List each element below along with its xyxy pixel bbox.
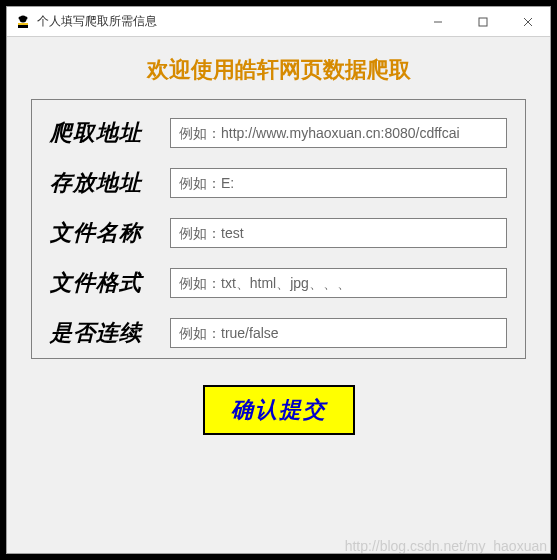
label-file-format: 文件格式: [50, 268, 158, 298]
submit-button[interactable]: 确认提交: [203, 385, 355, 435]
form-panel: 爬取地址 存放地址 文件名称 文件格式 是否连续: [31, 99, 526, 359]
svg-rect-3: [18, 23, 28, 25]
submit-area: 确认提交: [11, 385, 546, 435]
titlebar: 个人填写爬取所需信息: [7, 7, 550, 37]
row-continuous: 是否连续: [50, 318, 507, 348]
label-crawl-url: 爬取地址: [50, 118, 158, 148]
input-crawl-url[interactable]: [170, 118, 507, 148]
svg-rect-6: [479, 18, 487, 26]
input-save-path[interactable]: [170, 168, 507, 198]
maximize-button[interactable]: [460, 7, 505, 36]
close-button[interactable]: [505, 7, 550, 36]
label-file-name: 文件名称: [50, 218, 158, 248]
content-area: 欢迎使用皓轩网页数据爬取 爬取地址 存放地址 文件名称 文件格式 是否连续: [7, 37, 550, 553]
page-title: 欢迎使用皓轩网页数据爬取: [11, 55, 546, 85]
window-title: 个人填写爬取所需信息: [37, 13, 415, 30]
input-continuous[interactable]: [170, 318, 507, 348]
label-save-path: 存放地址: [50, 168, 158, 198]
window-controls: [415, 7, 550, 36]
row-file-name: 文件名称: [50, 218, 507, 248]
label-continuous: 是否连续: [50, 318, 158, 348]
svg-point-2: [25, 16, 28, 19]
svg-rect-4: [18, 25, 28, 28]
row-save-path: 存放地址: [50, 168, 507, 198]
svg-point-1: [19, 16, 22, 19]
row-crawl-url: 爬取地址: [50, 118, 507, 148]
minimize-button[interactable]: [415, 7, 460, 36]
input-file-name[interactable]: [170, 218, 507, 248]
input-file-format[interactable]: [170, 268, 507, 298]
row-file-format: 文件格式: [50, 268, 507, 298]
app-icon: [15, 14, 31, 30]
app-window: 个人填写爬取所需信息 欢迎使用皓轩网页数据爬取 爬取地址 存放地址: [6, 6, 551, 554]
